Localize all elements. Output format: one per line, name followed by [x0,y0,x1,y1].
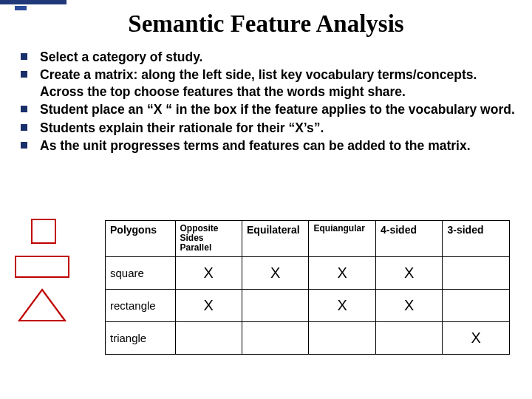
bullet-list-area: Select a category of study. Create a mat… [16,49,516,155]
matrix-cell [242,289,309,321]
bullet-item: Select a category of study. [16,49,516,65]
table-row: rectangle X X X [106,289,510,321]
matrix-cell [242,321,309,354]
bullet-item: As the unit progresses terms and feature… [16,137,516,154]
column-header: Equiangular [309,221,375,257]
matrix-cell [443,289,510,321]
matrix-cell [375,321,442,354]
slide-title-text: Semantic Feature Analysis [123,10,408,37]
matrix-cell: X [242,256,309,289]
feature-matrix-table: Polygons Opposite Sides Parallel Equilat… [105,220,510,355]
row-label: square [106,256,176,289]
matrix-cell: X [175,256,242,289]
column-header: 4-sided [375,221,442,257]
bullet-item: Student place an “X “ in the box if the … [16,101,516,117]
matrix-cell [309,321,375,354]
square-shape-icon [31,219,56,244]
column-header: 3-sided [443,221,510,257]
bullet-item: Create a matrix: along the left side, li… [16,66,516,100]
matrix-cell: X [375,256,442,289]
table-header-row: Polygons Opposite Sides Parallel Equilat… [106,221,510,257]
table-corner-header: Polygons [106,221,176,257]
rectangle-shape-icon [15,256,69,278]
table-row: square X X X X [106,256,510,289]
matrix-cell: X [309,289,375,321]
svg-marker-0 [19,290,65,321]
shape-illustrations [15,219,89,288]
bullet-list: Select a category of study. Create a mat… [16,49,516,154]
table-row: triangle X [106,321,510,354]
row-label: triangle [106,321,176,354]
matrix-cell: X [443,321,510,354]
matrix-cell: X [375,289,442,321]
slide-title: Semantic Feature Analysis [0,10,532,38]
column-header: Opposite Sides Parallel [175,221,242,257]
matrix-cell [175,321,242,354]
matrix-cell [443,256,510,289]
matrix-cell: X [175,289,242,321]
matrix-cell: X [309,256,375,289]
column-header: Equilateral [242,221,309,257]
row-label: rectangle [106,289,176,321]
bullet-item: Students explain their rationale for the… [16,120,516,136]
